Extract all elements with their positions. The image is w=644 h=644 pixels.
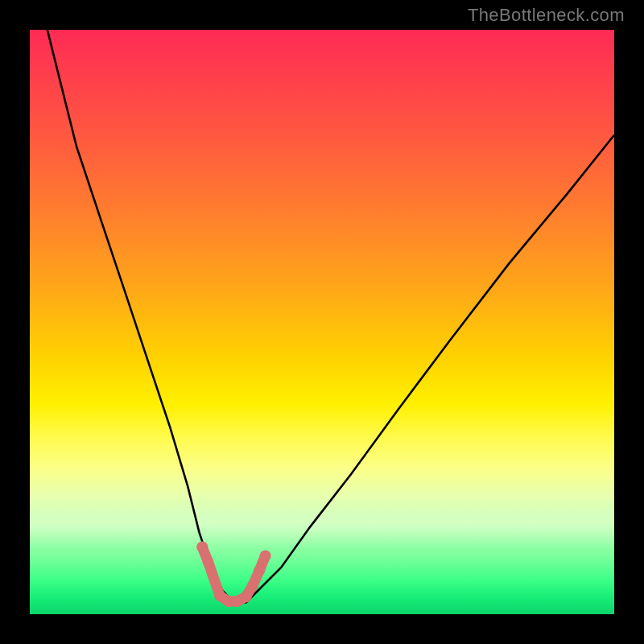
marker-dot (247, 580, 258, 591)
pale-band (30, 500, 614, 547)
marker-dot (254, 565, 265, 576)
marker-dot (241, 591, 252, 602)
marker-dot (260, 550, 271, 561)
watermark-text: TheBottleneck.com (468, 5, 625, 26)
bottom-markers-group (196, 542, 270, 608)
chart-frame: TheBottleneck.com (0, 0, 644, 644)
marker-dot (214, 590, 225, 601)
marker-dot (232, 596, 243, 607)
marker-dot (223, 596, 234, 607)
plot-area (30, 30, 614, 614)
marker-connector (202, 547, 265, 602)
marker-dot (202, 556, 213, 568)
